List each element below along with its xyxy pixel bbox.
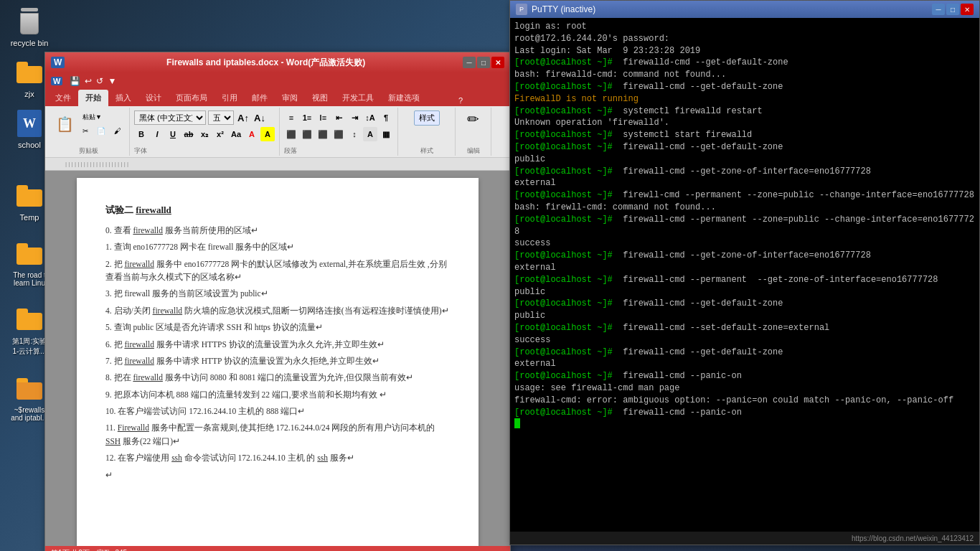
align-left-button[interactable]: ⬛	[284, 127, 298, 141]
align-right-button[interactable]: ⬛	[316, 127, 330, 141]
term-line-30: usage: see firewall-cmd man page	[514, 382, 975, 395]
editing-icon[interactable]: ✏	[467, 110, 479, 128]
tab-developer[interactable]: 开发工具	[335, 90, 381, 106]
putty-maximize-button[interactable]: □	[946, 4, 959, 15]
list-item-11: 11. Firewalld 服务中配置一条富规则,使其拒绝 172.16.244…	[105, 421, 450, 448]
desktop: recycle bin zjx W school	[0, 0, 980, 551]
recycle-bin-label: recycle bin	[11, 39, 49, 47]
redo-quick-btn[interactable]: ↺	[96, 76, 103, 86]
bin-top	[21, 8, 38, 11]
word-quick-access-toolbar: W 💾 ↩ ↺ ▼	[45, 72, 510, 90]
tab-newbuild[interactable]: 新建选项	[381, 90, 427, 106]
styles-gallery[interactable]: 样式	[414, 110, 440, 126]
tab-file[interactable]: 文件	[48, 90, 78, 106]
format-painter-button[interactable]: 🖌	[110, 125, 125, 137]
borders-button[interactable]: ▦	[379, 127, 393, 141]
sort-button[interactable]: ↕A	[363, 110, 377, 125]
tab-insert[interactable]: 插入	[108, 90, 138, 106]
justify-button[interactable]: ⬛	[331, 127, 346, 141]
list-item-8: 8. 把在 firewalld 服务中访问 8080 和 8081 端口的流量设…	[105, 371, 450, 384]
word-title-text: Firewalls and iptables.docx - Word(产品激活失…	[69, 57, 463, 69]
subscript-button[interactable]: x₂	[197, 127, 212, 141]
word-close-button[interactable]: ✕	[491, 57, 504, 68]
superscript-button[interactable]: x²	[213, 127, 227, 141]
putty-minimize-button[interactable]: ─	[932, 4, 945, 15]
word-document-content: 试验二 firewalld 0. 查看 firewalld 服务当前所使用的区域…	[105, 203, 450, 482]
putty-terminal[interactable]: login as: root root@172.16.244.20's pass…	[510, 18, 979, 532]
save-quick-btn[interactable]: 💾	[70, 76, 80, 86]
term-line-29: [root@localhost ~]# firewall-cmd --panic…	[514, 370, 975, 382]
align-center-button[interactable]: ⬛	[300, 127, 314, 141]
cut-button[interactable]: ✂	[79, 125, 92, 137]
customize-quick-btn[interactable]: ▼	[108, 76, 116, 86]
word-minimize-button[interactable]: ─	[463, 57, 476, 68]
tab-review[interactable]: 审阅	[275, 90, 305, 106]
tab-references[interactable]: 引用	[215, 90, 245, 106]
desktop-icon-recycle-bin[interactable]: recycle bin	[4, 7, 55, 47]
line-spacing-button[interactable]: ↕	[347, 127, 362, 141]
putty-statusbar: https://blog.csdn.net/weixin_44123412	[510, 532, 979, 545]
term-line-9: Unknown operation 'firewalld'.	[514, 117, 975, 129]
multilevel-button[interactable]: ⁞≡	[316, 110, 330, 125]
term-line-20: external	[514, 262, 975, 274]
word-page-count: 第1页 共2页	[51, 548, 90, 551]
tab-home[interactable]: 开始	[78, 90, 108, 106]
list-item-10: 10. 在客户端尝试访问 172.16.244.10 主机的 888 端口↵	[105, 405, 450, 418]
term-line-11: [root@localhost ~]# firewall-cmd --get-d…	[514, 141, 975, 154]
font-size-select[interactable]: 五号	[208, 110, 234, 125]
tab-mailing[interactable]: 邮件	[245, 90, 275, 106]
word-maximize-button[interactable]: □	[477, 57, 490, 68]
word-page: 试验二 firewalld 0. 查看 firewalld 服务当前所使用的区域…	[77, 178, 479, 546]
term-line-22: public	[514, 286, 975, 298]
word-ruler: | | | | | | | | | | | | | | | | | | | | …	[45, 158, 510, 171]
road-label: The road tlearn Linu	[13, 271, 46, 287]
paste-button[interactable]: 📋	[52, 115, 77, 133]
word-ribbon: 📋 粘贴▼ ✂ 📄 🖌 剪贴板	[45, 106, 510, 158]
clear-format-button[interactable]: Aa	[229, 127, 243, 141]
tab-design[interactable]: 设计	[138, 90, 169, 106]
copy-button[interactable]: 📄	[93, 125, 109, 137]
font-color-button[interactable]: A	[245, 127, 259, 141]
list-item-3: 3. 把 firewall 服务的当前区域设置为 public↵	[105, 287, 450, 300]
term-line-23: [root@localhost ~]# firewall-cmd --get-d…	[514, 298, 975, 310]
numbering-button[interactable]: 1≡	[300, 110, 314, 125]
paragraph-label: 段落	[284, 145, 297, 156]
bin-body	[20, 13, 39, 34]
shading-button[interactable]: A	[363, 127, 377, 141]
decrease-indent-button[interactable]: ⇤	[331, 110, 346, 125]
show-marks-button[interactable]: ¶	[379, 110, 393, 125]
strikethrough-button[interactable]: ab	[182, 127, 196, 141]
highlight-button[interactable]: A	[260, 127, 275, 141]
term-line-4: [root@localhost ~]# firewalld-cmd --get-…	[514, 57, 975, 69]
help-button[interactable]: ?	[454, 95, 467, 106]
putty-icon: P	[516, 4, 527, 15]
tab-view[interactable]: 视图	[305, 90, 335, 106]
term-line-8: [root@localhost ~]# systemctl firewalld …	[514, 105, 975, 118]
term-line-27: [root@localhost ~]# firewall-cmd --get-d…	[514, 347, 975, 359]
list-item-2: 2. 把 firewalld 服务中 eno16777728 网卡的默认区域修改…	[105, 258, 450, 284]
list-item-0: 0. 查看 firewalld 服务当前所使用的区域↵	[105, 224, 450, 237]
term-line-24: public	[514, 310, 975, 322]
zjx-label: zjx	[24, 90, 34, 98]
increase-font-button[interactable]: A↑	[236, 110, 250, 125]
paste-dropdown[interactable]: 粘贴▼	[79, 110, 125, 124]
bold-button[interactable]: B	[134, 127, 149, 141]
term-line-1: login as: root	[514, 21, 975, 33]
word-content-area[interactable]: 试验二 firewalld 0. 查看 firewalld 服务当前所使用的区域…	[45, 171, 510, 546]
undo-quick-btn[interactable]: ↩	[85, 76, 92, 86]
italic-button[interactable]: I	[150, 127, 164, 141]
recycle-bin-icon	[15, 7, 44, 36]
term-line-32: [root@localhost ~]# firewall-cmd --panic…	[514, 407, 975, 419]
underline-button[interactable]: U	[166, 127, 180, 141]
ribbon-section-styles: 样式 样式	[398, 108, 456, 156]
increase-indent-button[interactable]: ⇥	[347, 110, 362, 125]
tab-layout[interactable]: 页面布局	[169, 90, 215, 106]
font-name-select[interactable]: 黑体 (中文正文)	[134, 110, 206, 125]
putty-close-button[interactable]: ✕	[961, 4, 974, 15]
term-line-7: FirewallD is not running	[514, 93, 975, 105]
decrease-font-button[interactable]: A↓	[253, 110, 267, 125]
list-item-7: 7. 把 firewalld 服务中请求 HTTP 协议的流量设置为永久拒绝,并…	[105, 354, 450, 367]
term-line-2: root@172.16.244.20's password:	[514, 33, 975, 45]
bullets-button[interactable]: ≡	[284, 110, 298, 125]
term-line-25: [root@localhost ~]# firewall-cmd --set-d…	[514, 322, 975, 334]
